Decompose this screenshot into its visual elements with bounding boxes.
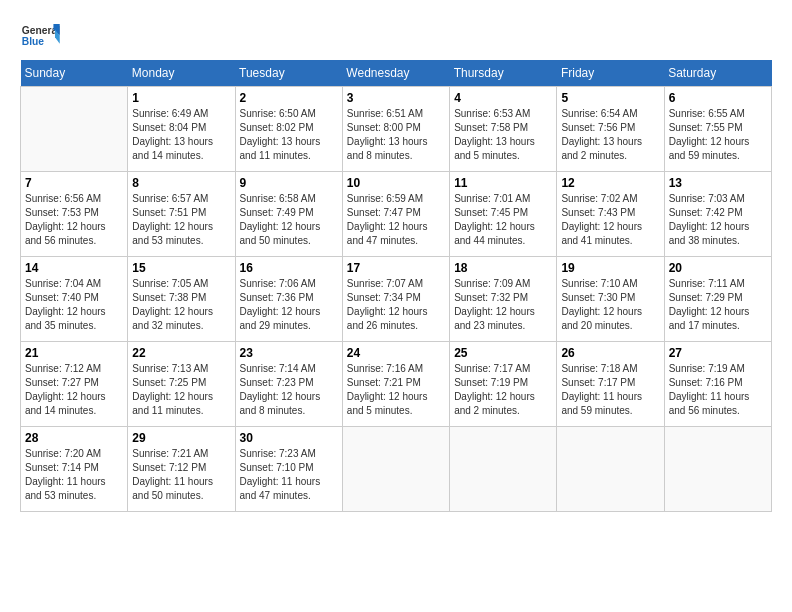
calendar-week-row: 21Sunrise: 7:12 AM Sunset: 7:27 PM Dayli…	[21, 342, 772, 427]
day-of-week-header: Monday	[128, 60, 235, 87]
day-info: Sunrise: 6:59 AM Sunset: 7:47 PM Dayligh…	[347, 192, 445, 248]
day-number: 22	[132, 346, 230, 360]
calendar-cell: 13Sunrise: 7:03 AM Sunset: 7:42 PM Dayli…	[664, 172, 771, 257]
day-info: Sunrise: 7:01 AM Sunset: 7:45 PM Dayligh…	[454, 192, 552, 248]
day-number: 11	[454, 176, 552, 190]
day-number: 10	[347, 176, 445, 190]
day-info: Sunrise: 6:49 AM Sunset: 8:04 PM Dayligh…	[132, 107, 230, 163]
day-number: 25	[454, 346, 552, 360]
day-info: Sunrise: 6:53 AM Sunset: 7:58 PM Dayligh…	[454, 107, 552, 163]
calendar-cell: 29Sunrise: 7:21 AM Sunset: 7:12 PM Dayli…	[128, 427, 235, 512]
calendar-cell: 25Sunrise: 7:17 AM Sunset: 7:19 PM Dayli…	[450, 342, 557, 427]
calendar-cell: 14Sunrise: 7:04 AM Sunset: 7:40 PM Dayli…	[21, 257, 128, 342]
day-number: 18	[454, 261, 552, 275]
calendar-cell	[21, 87, 128, 172]
day-info: Sunrise: 6:57 AM Sunset: 7:51 PM Dayligh…	[132, 192, 230, 248]
day-info: Sunrise: 7:19 AM Sunset: 7:16 PM Dayligh…	[669, 362, 767, 418]
day-info: Sunrise: 7:02 AM Sunset: 7:43 PM Dayligh…	[561, 192, 659, 248]
day-number: 8	[132, 176, 230, 190]
day-of-week-header: Wednesday	[342, 60, 449, 87]
calendar-cell: 9Sunrise: 6:58 AM Sunset: 7:49 PM Daylig…	[235, 172, 342, 257]
day-info: Sunrise: 7:05 AM Sunset: 7:38 PM Dayligh…	[132, 277, 230, 333]
calendar-cell: 21Sunrise: 7:12 AM Sunset: 7:27 PM Dayli…	[21, 342, 128, 427]
day-number: 9	[240, 176, 338, 190]
calendar-cell	[664, 427, 771, 512]
day-info: Sunrise: 7:04 AM Sunset: 7:40 PM Dayligh…	[25, 277, 123, 333]
day-info: Sunrise: 6:56 AM Sunset: 7:53 PM Dayligh…	[25, 192, 123, 248]
day-number: 7	[25, 176, 123, 190]
day-number: 6	[669, 91, 767, 105]
day-number: 27	[669, 346, 767, 360]
calendar-week-row: 28Sunrise: 7:20 AM Sunset: 7:14 PM Dayli…	[21, 427, 772, 512]
logo-icon: General Blue	[20, 20, 60, 50]
day-number: 5	[561, 91, 659, 105]
logo: General Blue	[20, 20, 64, 50]
day-number: 2	[240, 91, 338, 105]
day-of-week-header: Tuesday	[235, 60, 342, 87]
day-number: 15	[132, 261, 230, 275]
day-number: 29	[132, 431, 230, 445]
calendar-cell	[557, 427, 664, 512]
calendar-cell: 26Sunrise: 7:18 AM Sunset: 7:17 PM Dayli…	[557, 342, 664, 427]
day-info: Sunrise: 6:58 AM Sunset: 7:49 PM Dayligh…	[240, 192, 338, 248]
day-info: Sunrise: 7:11 AM Sunset: 7:29 PM Dayligh…	[669, 277, 767, 333]
day-number: 13	[669, 176, 767, 190]
day-info: Sunrise: 7:14 AM Sunset: 7:23 PM Dayligh…	[240, 362, 338, 418]
day-number: 20	[669, 261, 767, 275]
calendar-cell: 10Sunrise: 6:59 AM Sunset: 7:47 PM Dayli…	[342, 172, 449, 257]
calendar-cell	[450, 427, 557, 512]
day-info: Sunrise: 7:16 AM Sunset: 7:21 PM Dayligh…	[347, 362, 445, 418]
day-number: 30	[240, 431, 338, 445]
calendar-cell: 20Sunrise: 7:11 AM Sunset: 7:29 PM Dayli…	[664, 257, 771, 342]
day-number: 12	[561, 176, 659, 190]
calendar-cell: 4Sunrise: 6:53 AM Sunset: 7:58 PM Daylig…	[450, 87, 557, 172]
calendar-cell: 3Sunrise: 6:51 AM Sunset: 8:00 PM Daylig…	[342, 87, 449, 172]
day-info: Sunrise: 7:12 AM Sunset: 7:27 PM Dayligh…	[25, 362, 123, 418]
page-header: General Blue	[20, 20, 772, 50]
day-info: Sunrise: 6:50 AM Sunset: 8:02 PM Dayligh…	[240, 107, 338, 163]
calendar-cell: 12Sunrise: 7:02 AM Sunset: 7:43 PM Dayli…	[557, 172, 664, 257]
calendar-cell: 16Sunrise: 7:06 AM Sunset: 7:36 PM Dayli…	[235, 257, 342, 342]
calendar-cell: 8Sunrise: 6:57 AM Sunset: 7:51 PM Daylig…	[128, 172, 235, 257]
day-info: Sunrise: 7:20 AM Sunset: 7:14 PM Dayligh…	[25, 447, 123, 503]
svg-text:Blue: Blue	[22, 36, 45, 47]
calendar-cell: 22Sunrise: 7:13 AM Sunset: 7:25 PM Dayli…	[128, 342, 235, 427]
day-info: Sunrise: 7:06 AM Sunset: 7:36 PM Dayligh…	[240, 277, 338, 333]
day-info: Sunrise: 7:18 AM Sunset: 7:17 PM Dayligh…	[561, 362, 659, 418]
calendar-cell: 1Sunrise: 6:49 AM Sunset: 8:04 PM Daylig…	[128, 87, 235, 172]
day-of-week-header: Saturday	[664, 60, 771, 87]
calendar-cell: 28Sunrise: 7:20 AM Sunset: 7:14 PM Dayli…	[21, 427, 128, 512]
day-number: 19	[561, 261, 659, 275]
calendar-cell: 23Sunrise: 7:14 AM Sunset: 7:23 PM Dayli…	[235, 342, 342, 427]
day-number: 1	[132, 91, 230, 105]
day-number: 21	[25, 346, 123, 360]
day-info: Sunrise: 6:55 AM Sunset: 7:55 PM Dayligh…	[669, 107, 767, 163]
calendar-cell: 18Sunrise: 7:09 AM Sunset: 7:32 PM Dayli…	[450, 257, 557, 342]
calendar-header-row: SundayMondayTuesdayWednesdayThursdayFrid…	[21, 60, 772, 87]
day-number: 4	[454, 91, 552, 105]
calendar-cell: 30Sunrise: 7:23 AM Sunset: 7:10 PM Dayli…	[235, 427, 342, 512]
calendar-cell: 15Sunrise: 7:05 AM Sunset: 7:38 PM Dayli…	[128, 257, 235, 342]
day-info: Sunrise: 6:51 AM Sunset: 8:00 PM Dayligh…	[347, 107, 445, 163]
day-number: 26	[561, 346, 659, 360]
day-of-week-header: Sunday	[21, 60, 128, 87]
calendar-cell: 17Sunrise: 7:07 AM Sunset: 7:34 PM Dayli…	[342, 257, 449, 342]
day-of-week-header: Thursday	[450, 60, 557, 87]
day-number: 23	[240, 346, 338, 360]
day-info: Sunrise: 7:23 AM Sunset: 7:10 PM Dayligh…	[240, 447, 338, 503]
calendar-cell: 5Sunrise: 6:54 AM Sunset: 7:56 PM Daylig…	[557, 87, 664, 172]
day-number: 24	[347, 346, 445, 360]
calendar-week-row: 1Sunrise: 6:49 AM Sunset: 8:04 PM Daylig…	[21, 87, 772, 172]
calendar-cell	[342, 427, 449, 512]
calendar-week-row: 14Sunrise: 7:04 AM Sunset: 7:40 PM Dayli…	[21, 257, 772, 342]
day-info: Sunrise: 7:17 AM Sunset: 7:19 PM Dayligh…	[454, 362, 552, 418]
day-number: 16	[240, 261, 338, 275]
day-info: Sunrise: 7:13 AM Sunset: 7:25 PM Dayligh…	[132, 362, 230, 418]
calendar-cell: 11Sunrise: 7:01 AM Sunset: 7:45 PM Dayli…	[450, 172, 557, 257]
day-number: 28	[25, 431, 123, 445]
calendar-table: SundayMondayTuesdayWednesdayThursdayFrid…	[20, 60, 772, 512]
day-number: 14	[25, 261, 123, 275]
day-info: Sunrise: 7:03 AM Sunset: 7:42 PM Dayligh…	[669, 192, 767, 248]
calendar-cell: 27Sunrise: 7:19 AM Sunset: 7:16 PM Dayli…	[664, 342, 771, 427]
day-number: 17	[347, 261, 445, 275]
